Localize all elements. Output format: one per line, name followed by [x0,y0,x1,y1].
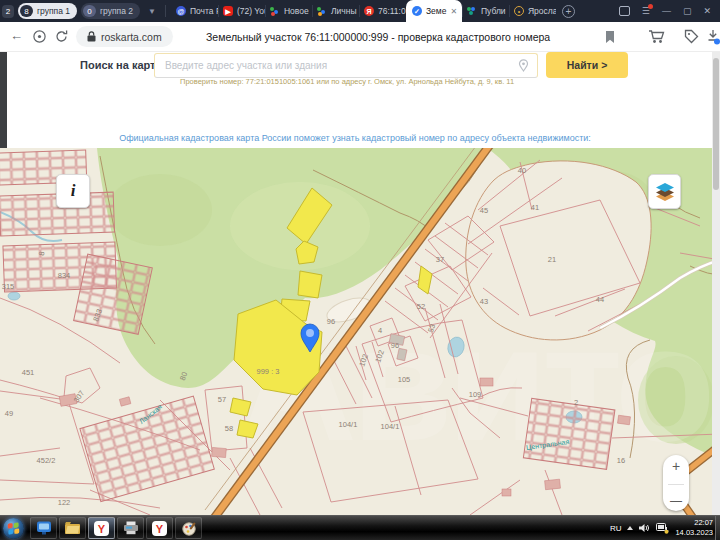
bookmark-icon[interactable] [604,30,616,44]
parcel-label: 104/1 [381,422,400,431]
taskbar-app-scanner[interactable] [117,517,144,539]
tab-cadastre-number[interactable]: Я 76:11:0 [359,0,406,22]
parcel-label: 58 [225,424,233,433]
map-zoom-control[interactable]: + — [663,455,689,511]
parcel-label: 999 : 3 [257,367,280,376]
language-indicator[interactable]: RU [610,524,622,533]
folder-icon [64,521,81,535]
address-search-input[interactable] [154,53,538,78]
tray-time: 22:07 [675,518,713,528]
network-icon[interactable] [656,523,669,534]
divider [668,484,684,485]
ring-favicon-icon: • [514,6,524,16]
new-tab-button[interactable]: + [562,5,575,18]
map-info-button[interactable]: i [56,174,90,208]
profile-icon[interactable] [32,29,47,44]
map-layers-button[interactable] [648,174,681,209]
menu-icon[interactable]: ☰ [642,7,650,16]
parcel-label: 96 [391,341,399,350]
minimize-button[interactable]: — [662,6,671,16]
url-field[interactable]: roskarta.com [76,26,173,47]
tab-lichnyy[interactable]: Личны [312,0,359,22]
tab-group-1[interactable]: 8 группа 1 [18,3,77,19]
parcel-label: 49 [5,409,13,418]
tab-roskarta-active[interactable]: ✓ Земе ✕ [406,0,462,22]
notification-dot [648,4,653,9]
taskbar-app-explorer[interactable] [59,517,86,539]
close-tab-icon[interactable]: ✕ [450,7,457,16]
parcel-label: 104/1 [339,420,358,429]
url-text: roskarta.com [101,31,162,43]
parcel-label: 57 [218,395,226,404]
tab-group-1-label: группа 1 [37,6,70,16]
location-pin-icon [518,59,529,72]
parcel-label: 21 [548,255,556,264]
tab-group-1-count: 8 [20,5,33,17]
maximize-button[interactable]: ▢ [683,6,692,16]
check-number-hint[interactable]: Проверить номер: 77:21:0151005:1061 или … [180,77,514,86]
volume-icon[interactable] [639,523,650,533]
yandex-icon: Y [152,521,167,536]
page-scrollbar[interactable] [712,52,720,515]
map-canvas[interactable]: Авито [0,148,720,515]
parcel-label: 122 [58,498,71,507]
tab-group-2-count: 0 [83,5,96,17]
zoom-out-button[interactable]: — [670,495,682,507]
tab-youtube[interactable]: ▶ (72) You [218,0,265,22]
check-favicon-icon: ✓ [412,6,422,16]
download-icon[interactable] [706,29,720,45]
show-desktop-button[interactable] [715,516,720,540]
back-icon[interactable]: ← [10,28,23,43]
parcel-label: 96 [327,317,335,326]
parcel-label: 452/2 [37,456,56,465]
svg-text:Y: Y [98,522,106,534]
refresh-icon[interactable] [54,29,69,44]
parcel-label: 44 [596,295,604,304]
lock-icon [87,31,96,42]
svg-text:Y: Y [156,522,164,534]
dots-favicon-icon [270,6,280,16]
map-description: Официальная кадастровая карта России пом… [0,133,710,143]
start-button[interactable] [3,518,24,539]
chevron-down-icon[interactable]: ▼ [148,7,156,16]
taskbar-app-remote[interactable] [30,517,57,539]
tab-overflow-badge[interactable]: 2 [2,5,14,18]
pkk-favicon-icon [467,6,477,16]
parcel-label: 2 [574,398,578,407]
side-panel-icon[interactable] [619,6,630,16]
taskbar-app-yandex[interactable]: Y [146,517,173,539]
tab-yaroslav[interactable]: • Яросла [509,0,556,22]
close-button[interactable]: ✕ [703,6,711,16]
parcel-label: 109 [469,390,482,399]
search-label: Поиск на карте: [80,59,165,71]
yandex-favicon-icon: Я [364,6,374,16]
parcel-label: 834 [58,271,71,280]
find-button[interactable]: Найти > [546,52,628,78]
page-title: Земельный участок 76:11:000000:999 - про… [206,31,550,43]
collections-icon[interactable] [684,29,699,44]
scrollbar-thumb[interactable] [713,58,719,190]
taskbar-app-paint[interactable] [175,517,202,539]
parcel-label: 40 [518,166,526,175]
tab-pkk[interactable]: Публи [462,0,509,22]
paint-icon [181,521,197,536]
tab-group-2-label: группа 2 [100,6,133,16]
tab-mail[interactable]: @ Почта Р [171,0,218,22]
roskarta-search-panel: Поиск на карте: Найти > Проверить номер:… [0,52,720,148]
parcel-label: 16 [617,456,625,465]
tab-novoe[interactable]: Новое [265,0,312,22]
parcel-label: 37 [436,255,444,264]
printer-icon [123,521,139,535]
tray-expand-icon[interactable] [627,526,633,530]
tray-date: 14.03.2023 [675,528,713,538]
tray-clock[interactable]: 22:07 14.03.2023 [675,518,713,538]
mail-favicon-icon: @ [176,6,186,16]
monitor-app-icon [36,521,52,536]
windows-logo-icon [7,522,19,534]
windows-taskbar: Y Y RU 22:07 14.03.2023 [0,515,720,540]
cart-icon[interactable] [648,29,666,44]
zoom-in-button[interactable]: + [672,459,680,473]
parcel-label: 451 [22,368,35,377]
tab-group-2[interactable]: 0 группа 2 [81,3,140,19]
taskbar-app-yandex-browser[interactable]: Y [88,517,115,539]
